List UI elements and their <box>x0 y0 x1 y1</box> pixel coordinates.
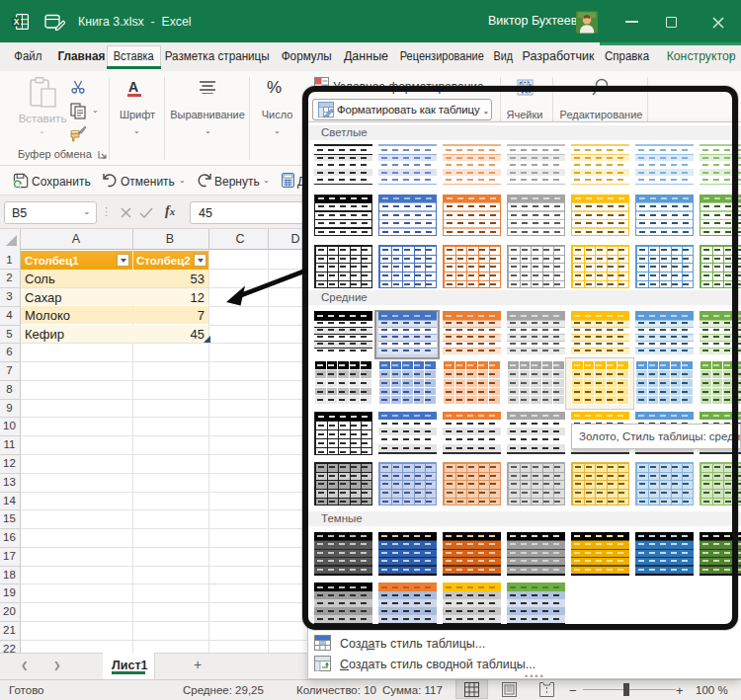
svg-text:X: X <box>14 17 20 27</box>
